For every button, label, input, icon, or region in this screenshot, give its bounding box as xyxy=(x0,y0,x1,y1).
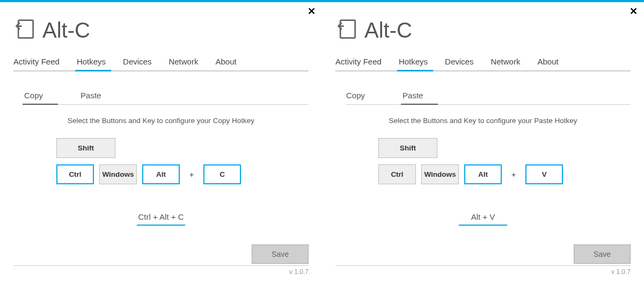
key-ctrl[interactable]: Ctrl xyxy=(56,164,94,184)
tab-network[interactable]: Network xyxy=(491,54,531,70)
save-button[interactable]: Save xyxy=(252,244,309,264)
svg-rect-0 xyxy=(18,20,33,38)
key-windows[interactable]: Windows xyxy=(99,164,137,184)
tab-devices[interactable]: Devices xyxy=(445,54,484,70)
tab-activity-feed[interactable]: Activity Feed xyxy=(13,54,70,70)
window-paste: ✕ Alt-C Activity Feed Hotkeys Devices Ne… xyxy=(322,2,644,281)
tab-devices[interactable]: Devices xyxy=(123,54,162,70)
svg-rect-1 xyxy=(340,20,355,38)
subtab-paste[interactable]: Paste xyxy=(402,88,444,104)
close-icon: ✕ xyxy=(630,6,638,17)
app-header: Alt-C xyxy=(13,17,309,43)
close-button[interactable]: ✕ xyxy=(308,6,316,16)
key-alt[interactable]: Alt xyxy=(142,164,180,184)
key-ctrl[interactable]: Ctrl xyxy=(378,164,416,184)
tab-hotkeys[interactable]: Hotkeys xyxy=(77,54,116,70)
tab-about[interactable]: About xyxy=(215,54,247,70)
subtab-copy[interactable]: Copy xyxy=(24,88,64,104)
app-logo-icon xyxy=(13,17,37,43)
version-footer: v 1.0.7 xyxy=(13,265,309,276)
result-row: Ctrl + Alt + C xyxy=(13,212,309,226)
app-title: Alt-C xyxy=(42,18,90,42)
tab-activity-feed[interactable]: Activity Feed xyxy=(335,54,392,70)
app-title: Alt-C xyxy=(364,18,412,42)
subtab-copy[interactable]: Copy xyxy=(346,88,386,104)
key-selector: Shift Ctrl Windows Alt + C xyxy=(56,138,309,191)
key-letter[interactable]: C xyxy=(203,164,241,184)
main-tabs: Activity Feed Hotkeys Devices Network Ab… xyxy=(335,54,631,71)
windows-container: ✕ Alt-C Activity Feed Hotkeys Devices Ne… xyxy=(0,2,644,281)
key-alt[interactable]: Alt xyxy=(464,164,502,184)
key-shift[interactable]: Shift xyxy=(56,138,115,158)
key-windows[interactable]: Windows xyxy=(421,164,459,184)
hotkey-result: Alt + V xyxy=(459,212,507,226)
plus-separator: + xyxy=(507,170,520,179)
key-shift[interactable]: Shift xyxy=(378,138,437,158)
key-selector: Shift Ctrl Windows Alt + V xyxy=(378,138,631,191)
result-row: Alt + V xyxy=(335,212,631,226)
hotkey-result: Ctrl + Alt + C xyxy=(137,212,185,226)
app-header: Alt-C xyxy=(335,17,631,43)
subtab-paste[interactable]: Paste xyxy=(80,88,122,104)
sub-tabs: Copy Paste xyxy=(346,88,631,105)
instruction-text: Select the Buttons and Key to configure … xyxy=(335,117,631,125)
version-footer: v 1.0.7 xyxy=(335,265,631,276)
instruction-text: Select the Buttons and Key to configure … xyxy=(13,117,309,125)
plus-separator: + xyxy=(185,170,198,179)
tab-network[interactable]: Network xyxy=(169,54,209,70)
sub-tabs: Copy Paste xyxy=(24,88,309,105)
key-letter[interactable]: V xyxy=(525,164,563,184)
main-tabs: Activity Feed Hotkeys Devices Network Ab… xyxy=(13,54,309,71)
window-copy: ✕ Alt-C Activity Feed Hotkeys Devices Ne… xyxy=(0,2,322,281)
close-icon: ✕ xyxy=(308,6,316,17)
tab-hotkeys[interactable]: Hotkeys xyxy=(399,54,438,70)
close-button[interactable]: ✕ xyxy=(630,6,638,16)
tab-about[interactable]: About xyxy=(537,54,569,70)
save-button[interactable]: Save xyxy=(574,244,631,264)
app-logo-icon xyxy=(335,17,359,43)
